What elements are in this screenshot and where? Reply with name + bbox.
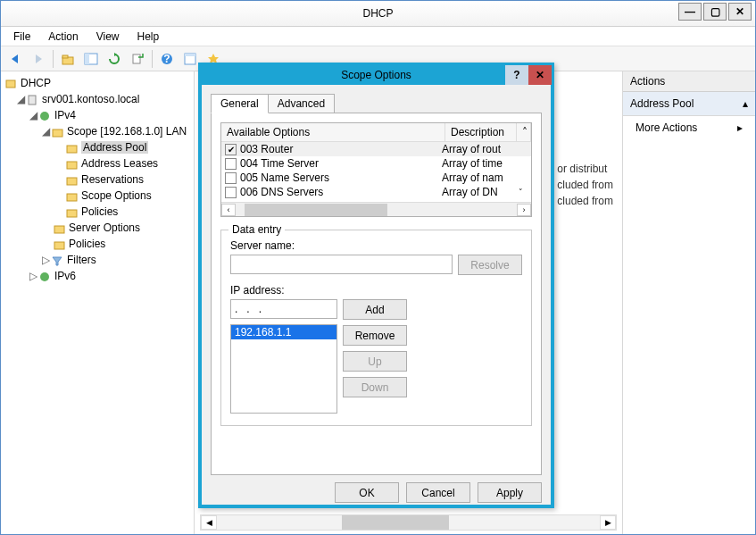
svg-rect-4 [133, 54, 140, 63]
tree-scope-options[interactable]: Scope Options [81, 189, 152, 202]
folder-icon [65, 190, 79, 203]
tree-twisty[interactable]: ◢ [15, 91, 26, 107]
server-name-label: Server name: [230, 239, 522, 252]
dialog-tabs: General Advanced [211, 93, 542, 113]
actions-more-label: More Actions [636, 121, 697, 134]
back-button[interactable] [4, 49, 26, 69]
filters-icon [51, 255, 65, 267]
maximize-button[interactable]: ▢ [703, 3, 727, 21]
svg-rect-10 [29, 96, 36, 104]
list-row[interactable]: 004 Time Server Array of time [221, 156, 531, 171]
menu-bar: File Action View Help [1, 27, 755, 46]
list-row[interactable]: ✔ 003 Router Array of rout [221, 142, 531, 156]
help-icon[interactable]: ? [156, 49, 178, 69]
tree-server-policies[interactable]: Policies [69, 238, 105, 250]
minimize-button[interactable]: — [678, 3, 702, 21]
tree-twisty[interactable]: ▷ [40, 252, 51, 268]
scroll-right-icon[interactable]: ▶ [600, 515, 616, 530]
ok-button[interactable]: OK [335, 482, 399, 503]
list-header: Available Options Description ˄ [221, 123, 531, 142]
svg-rect-17 [67, 210, 77, 217]
folder-icon [65, 142, 79, 155]
checkbox[interactable] [225, 187, 237, 198]
menu-file[interactable]: File [6, 29, 37, 45]
ip-list[interactable]: 192.168.1.1 [230, 324, 337, 414]
list-cell-desc: Array of rout [442, 143, 513, 155]
window-buttons: — ▢ ✕ [678, 3, 752, 21]
down-button[interactable]: Down [343, 377, 407, 397]
up-icon[interactable] [57, 49, 79, 69]
list-scroll-up-icon[interactable]: ˄ [517, 123, 531, 141]
list-header-options[interactable]: Available Options [221, 123, 445, 141]
tree-server[interactable]: srv001.kontoso.local [42, 93, 139, 105]
title-bar: DHCP — ▢ ✕ [1, 1, 755, 27]
remove-button[interactable]: Remove [343, 325, 407, 346]
svg-rect-13 [67, 146, 77, 153]
show-hide-tree-icon[interactable] [80, 49, 102, 69]
background-text: or distribut cluded from cluded from [557, 161, 613, 209]
tree-policies[interactable]: Policies [81, 205, 118, 218]
cancel-button[interactable]: Cancel [406, 482, 470, 503]
list-row[interactable]: 006 DNS Servers Array of DN ˅ [221, 185, 531, 199]
center-hscrollbar[interactable]: ◀ ▶ [200, 514, 617, 531]
tree-server-options[interactable]: Server Options [69, 222, 140, 234]
menu-action[interactable]: Action [41, 29, 85, 45]
tree-ipv4[interactable]: IPv4 [54, 109, 76, 121]
scroll-track[interactable] [217, 515, 600, 530]
tree-address-leases[interactable]: Address Leases [81, 157, 158, 170]
scroll-thumb[interactable] [245, 204, 387, 216]
tree-filters[interactable]: Filters [67, 254, 96, 266]
refresh-icon[interactable] [104, 49, 125, 69]
tree-address-pool[interactable]: Address Pool [81, 141, 148, 154]
resolve-button[interactable]: Resolve [458, 255, 522, 275]
ip-address-input[interactable] [230, 299, 337, 319]
menu-help[interactable]: Help [130, 29, 167, 45]
svg-text:?: ? [163, 53, 170, 65]
list-cell-name: 003 Router [240, 143, 442, 155]
scroll-left-icon[interactable]: ◀ [201, 515, 217, 530]
list-row[interactable]: 005 Name Servers Array of nam [221, 171, 531, 185]
tree-reservations[interactable]: Reservations [81, 173, 144, 186]
available-options-list[interactable]: Available Options Description ˄ ✔ 003 Ro… [220, 122, 532, 217]
tab-general[interactable]: General [211, 94, 269, 113]
ip-list-item[interactable]: 192.168.1.1 [231, 325, 336, 339]
export-icon[interactable] [127, 49, 148, 69]
tree-twisty[interactable]: ◢ [40, 123, 51, 139]
folder-icon [53, 238, 67, 251]
scroll-left-icon[interactable]: ‹ [221, 204, 236, 216]
server-name-input[interactable] [230, 255, 453, 274]
actions-more[interactable]: More Actions ▸ [623, 116, 755, 139]
scroll-right-icon[interactable]: › [517, 204, 531, 216]
svg-rect-3 [85, 54, 89, 64]
dialog-close-button[interactable]: ✕ [528, 65, 552, 85]
list-hscrollbar[interactable]: ‹ › [221, 202, 531, 216]
tree-ipv6[interactable]: IPv6 [54, 270, 76, 282]
forward-button[interactable] [28, 49, 49, 69]
dialog-help-button[interactable]: ? [505, 65, 528, 85]
svg-rect-18 [54, 226, 64, 233]
window-title: DHCP [362, 7, 393, 20]
tree-twisty[interactable]: ▷ [28, 268, 38, 284]
checkbox[interactable] [225, 158, 237, 170]
tree-scope[interactable]: Scope [192.168.1.0] LAN [67, 125, 187, 138]
tab-advanced[interactable]: Advanced [268, 94, 335, 113]
tree-root[interactable]: DHCP [21, 77, 51, 89]
scroll-thumb[interactable] [342, 515, 449, 530]
apply-button[interactable]: Apply [478, 482, 542, 503]
svg-rect-14 [67, 162, 77, 169]
checkbox[interactable] [225, 172, 237, 184]
add-button[interactable]: Add [343, 299, 407, 320]
list-header-description[interactable]: Description [445, 123, 517, 141]
server-icon [26, 94, 40, 106]
scroll-track[interactable] [236, 204, 517, 216]
dialog-title: Scope Options [341, 69, 411, 81]
close-button[interactable]: ✕ [728, 3, 752, 21]
tree-twisty[interactable]: ◢ [28, 107, 38, 123]
checkbox[interactable]: ✔ [225, 144, 237, 155]
list-cell-name: 005 Name Servers [240, 171, 442, 184]
tab-panel-general: Available Options Description ˄ ✔ 003 Ro… [211, 113, 542, 475]
menu-view[interactable]: View [89, 29, 127, 45]
up-button[interactable]: Up [343, 351, 407, 372]
list-scroll-down-icon[interactable]: ˅ [513, 188, 528, 196]
collapse-icon[interactable]: ▴ [743, 97, 748, 110]
